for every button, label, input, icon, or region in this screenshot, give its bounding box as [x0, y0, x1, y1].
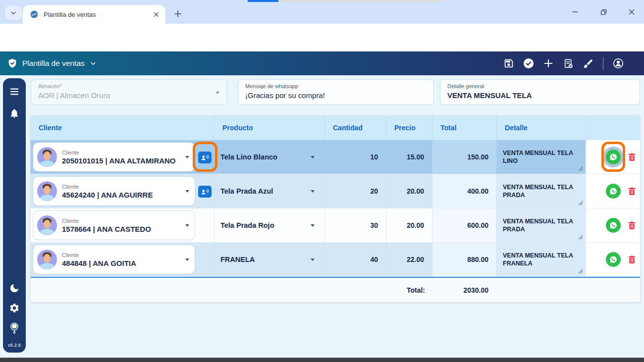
- column-header-cantidad: Cantidad: [324, 115, 386, 140]
- quantity-cell[interactable]: 20: [324, 174, 386, 208]
- whatsapp-icon: [608, 152, 618, 162]
- quantity-cell[interactable]: 10: [324, 140, 386, 174]
- client-select[interactable]: Cliente 2050101015 | ANA ALTAMIRANO: [33, 143, 195, 171]
- product-value: Tela Prada Rojo: [220, 221, 274, 229]
- tab-search-button[interactable]: [5, 6, 22, 20]
- whatsapp-button[interactable]: [606, 218, 621, 233]
- trash-icon: [627, 220, 637, 230]
- warehouse-select[interactable]: Almacén* AOR | Almacen Oruro: [31, 79, 227, 105]
- window-close-button[interactable]: [625, 5, 638, 18]
- product-select[interactable]: FRANELA: [214, 243, 324, 276]
- resize-handle-icon[interactable]: [578, 166, 583, 171]
- detail-textarea[interactable]: VENTA MENSUAL TELA LINO: [496, 140, 586, 174]
- app-title-dropdown[interactable]: Plantilla de ventas: [7, 58, 97, 69]
- detail-textarea[interactable]: VENTA MENSUAL TELA PRADA: [496, 174, 586, 208]
- client-cell: Cliente 484848 | ANA GOITIA: [31, 243, 214, 276]
- actions-cell: [586, 174, 640, 208]
- resize-handle-icon[interactable]: [578, 235, 583, 240]
- general-detail-label: Detalle general: [447, 83, 633, 89]
- contact-card-button[interactable]: [198, 152, 212, 163]
- add-row-button[interactable]: [542, 57, 554, 69]
- client-select[interactable]: Cliente 1578664 | ANA CASTEDO: [33, 211, 195, 240]
- moon-icon: [9, 283, 20, 294]
- whatsapp-button[interactable]: [606, 252, 621, 267]
- browser-tab[interactable]: Plantilla de ventas: [23, 5, 165, 24]
- gear-icon: [9, 303, 20, 313]
- product-select[interactable]: Tela Prada Azul: [214, 174, 324, 208]
- price-cell[interactable]: 20.00: [386, 208, 432, 242]
- table-row: Cliente 2050101015 | ANA ALTAMIRANO Tela…: [31, 140, 640, 174]
- column-header-producto: Producto: [214, 115, 324, 140]
- whatsapp-icon: [608, 186, 618, 196]
- trash-icon: [627, 255, 637, 264]
- divider: [603, 57, 603, 70]
- whatsapp-message-field[interactable]: Mensaje de whatsapp ¡Gracias por su comp…: [238, 79, 434, 105]
- delete-row-button[interactable]: [626, 151, 638, 163]
- whatsapp-button[interactable]: [606, 150, 621, 164]
- column-header-precio: Precio: [386, 115, 432, 140]
- client-field-label: Cliente: [62, 150, 176, 155]
- clean-button[interactable]: [582, 57, 594, 69]
- detail-textarea[interactable]: VENTA MENSUAL TELA FRANELA: [496, 243, 586, 276]
- delete-row-button[interactable]: [626, 254, 638, 265]
- contact-card-button[interactable]: [198, 186, 212, 198]
- whatsapp-icon: [608, 255, 618, 264]
- table-header-row: Cliente Producto Cantidad Precio Total D…: [31, 115, 640, 140]
- client-value: 1578664 | ANA CASTEDO: [62, 225, 151, 233]
- table-body: Cliente 2050101015 | ANA ALTAMIRANO Tela…: [31, 140, 640, 277]
- window-restore-button[interactable]: [597, 5, 610, 18]
- client-cell: Cliente 2050101015 | ANA ALTAMIRANO: [31, 140, 214, 174]
- grand-total-value: 2030.00: [432, 278, 496, 302]
- client-select[interactable]: Cliente 45624240 | ANA AGUIRRE: [33, 177, 195, 206]
- table-footer: Total: 2030.00: [31, 277, 640, 302]
- restore-icon: [600, 8, 607, 16]
- column-header-cliente: Cliente: [31, 115, 214, 140]
- product-value: FRANELA: [220, 256, 255, 263]
- price-cell[interactable]: 20.00: [386, 174, 432, 208]
- client-select[interactable]: Cliente 484848 | ANA GOITIA: [33, 245, 195, 274]
- general-detail-field[interactable]: Detalle general VENTA MENSUAL TELA: [440, 79, 640, 105]
- plus-icon: [543, 58, 554, 69]
- avatar: [37, 215, 57, 235]
- delete-row-button[interactable]: [626, 219, 638, 231]
- new-tab-button[interactable]: [170, 6, 185, 21]
- browser-tab-strip: Plantilla de ventas: [0, 0, 644, 24]
- resize-handle-icon[interactable]: [578, 269, 583, 274]
- notifications-button[interactable]: [8, 107, 21, 120]
- chevron-down-icon: [185, 190, 189, 193]
- grand-total-label: Total:: [386, 278, 432, 302]
- brush-icon: [583, 58, 594, 69]
- resize-handle-icon[interactable]: [578, 201, 583, 206]
- tab-close-icon[interactable]: [153, 11, 160, 18]
- whatsapp-button[interactable]: [606, 184, 621, 199]
- price-cell[interactable]: 22.00: [386, 243, 432, 276]
- account-button[interactable]: [612, 57, 624, 69]
- chevron-down-icon: [9, 9, 17, 17]
- contact-card-icon: [200, 154, 210, 162]
- save-button[interactable]: [503, 57, 515, 69]
- confirm-button[interactable]: [523, 57, 535, 69]
- window-minimize-button[interactable]: [569, 5, 582, 18]
- detail-textarea[interactable]: VENTA MENSUAL TELA PRADA: [496, 208, 586, 242]
- screen-bottom-edge: [0, 358, 644, 362]
- price-cell[interactable]: 15.00: [386, 140, 432, 174]
- receipt-check-button[interactable]: [562, 57, 574, 69]
- chevron-down-icon: [311, 224, 315, 227]
- client-field-label: Cliente: [62, 252, 136, 258]
- menu-button[interactable]: [8, 85, 21, 98]
- minimize-icon: [571, 8, 579, 16]
- product-select[interactable]: Tela Lino Blanco: [214, 140, 324, 174]
- total-cell: 880.00: [432, 243, 496, 276]
- detail-value: VENTA MENSUAL TELA PRADA: [503, 183, 580, 200]
- settings-button[interactable]: [8, 302, 21, 314]
- product-select[interactable]: Tela Prada Rojo: [214, 208, 324, 242]
- screen: Plantilla de ventas: [0, 0, 644, 362]
- quantity-cell[interactable]: 40: [324, 243, 386, 276]
- quantity-cell[interactable]: 30: [324, 208, 386, 242]
- detail-value: VENTA MENSUAL TELA LINO: [503, 149, 580, 165]
- trash-icon: [627, 152, 637, 162]
- table-row: Cliente 1578664 | ANA CASTEDO Tela Prada…: [31, 208, 640, 243]
- delete-row-button[interactable]: [626, 185, 638, 197]
- dark-mode-button[interactable]: [8, 282, 21, 295]
- detail-value: VENTA MENSUAL TELA PRADA: [503, 217, 580, 234]
